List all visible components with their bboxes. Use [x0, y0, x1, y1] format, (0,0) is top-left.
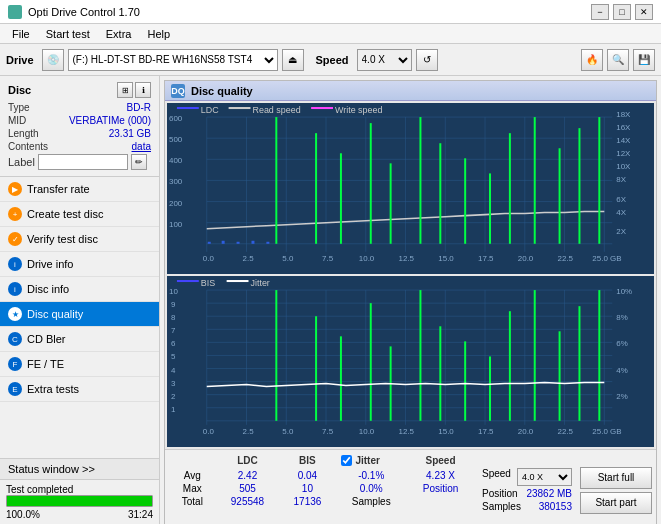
- samples-label: Samples: [482, 501, 521, 512]
- svg-text:400: 400: [169, 156, 183, 165]
- app-title: Opti Drive Control 1.70: [28, 6, 140, 18]
- start-part-button[interactable]: Start part: [580, 492, 652, 514]
- menu-file[interactable]: File: [4, 27, 38, 41]
- jitter-label: Jitter: [355, 455, 379, 466]
- svg-text:7: 7: [171, 326, 176, 335]
- status-window-btn[interactable]: Status window >>: [0, 459, 159, 480]
- nav-fe-te[interactable]: F FE / TE: [0, 352, 159, 377]
- nav-label-drive-info: Drive info: [27, 258, 73, 270]
- nav-disc-quality[interactable]: ★ Disc quality: [0, 302, 159, 327]
- svg-text:25.0 GB: 25.0 GB: [592, 254, 621, 263]
- svg-text:Jitter: Jitter: [250, 278, 269, 288]
- disc-type-row: Type BD-R: [8, 102, 151, 113]
- save-button[interactable]: 💾: [633, 49, 655, 71]
- maximize-button[interactable]: □: [613, 4, 631, 20]
- svg-text:600: 600: [169, 114, 183, 123]
- menu-extra[interactable]: Extra: [98, 27, 140, 41]
- drive-select[interactable]: (F:) HL-DT-ST BD-RE WH16NS58 TST4: [68, 49, 278, 71]
- stats-avg-row: Avg 2.42 0.04 -0.1% 4.23 X: [169, 469, 474, 482]
- nav-create-test-disc[interactable]: + Create test disc: [0, 202, 159, 227]
- sidebar: Disc ⊞ ℹ Type BD-R MID VERBATIMe (000) L…: [0, 76, 160, 524]
- nav-label-disc-quality: Disc quality: [27, 308, 83, 320]
- svg-text:22.5: 22.5: [558, 427, 574, 436]
- svg-text:0.0: 0.0: [203, 254, 215, 263]
- speed-select[interactable]: 4.0 X: [357, 49, 412, 71]
- menu-bar: File Start test Extra Help: [0, 24, 661, 44]
- jitter-checkbox[interactable]: [341, 455, 352, 466]
- disc-action-icons: ⊞ ℹ: [117, 82, 151, 98]
- col-header-speed: Speed: [407, 452, 474, 469]
- speed-col-label: Speed: [426, 455, 456, 466]
- close-button[interactable]: ✕: [635, 4, 653, 20]
- disc-copy-btn[interactable]: ⊞: [117, 82, 133, 98]
- svg-text:Write speed: Write speed: [335, 105, 383, 115]
- stats-samples-label: Samples: [335, 495, 407, 508]
- svg-text:3: 3: [171, 379, 176, 388]
- menu-help[interactable]: Help: [139, 27, 178, 41]
- speed-label: Speed: [316, 54, 349, 66]
- svg-text:4X: 4X: [616, 208, 626, 217]
- stats-max-jitter: 0.0%: [335, 482, 407, 495]
- disc-length-row: Length 23.31 GB: [8, 128, 151, 139]
- eject-button[interactable]: ⏏: [282, 49, 304, 71]
- stats-total-bis: 17136: [279, 495, 335, 508]
- disc-contents-key: Contents: [8, 141, 48, 152]
- nav-transfer-rate[interactable]: ▶ Transfer rate: [0, 177, 159, 202]
- disc-label-key: Label: [8, 156, 35, 168]
- svg-rect-73: [227, 280, 249, 282]
- drive-icon-btn[interactable]: 💿: [42, 49, 64, 71]
- progress-status-text: Test completed: [6, 484, 73, 495]
- disc-info-btn[interactable]: ℹ: [135, 82, 151, 98]
- svg-text:LDC: LDC: [201, 105, 219, 115]
- disc-contents-val[interactable]: data: [132, 141, 151, 152]
- stats-row: LDC BIS Jitter Speed: [165, 449, 656, 524]
- svg-text:18X: 18X: [616, 110, 631, 119]
- svg-text:2%: 2%: [616, 392, 627, 401]
- svg-text:22.5: 22.5: [558, 254, 574, 263]
- disc-mid-val: VERBATIMe (000): [69, 115, 151, 126]
- disc-type-key: Type: [8, 102, 30, 113]
- disc-quality-title: Disc quality: [191, 85, 253, 97]
- nav-verify-test-disc[interactable]: ✓ Verify test disc: [0, 227, 159, 252]
- svg-text:7.5: 7.5: [322, 427, 334, 436]
- nav-cd-bler[interactable]: C CD Bler: [0, 327, 159, 352]
- toolbar: Drive 💿 (F:) HL-DT-ST BD-RE WH16NS58 TST…: [0, 44, 661, 76]
- disc-label-input[interactable]: [38, 154, 128, 170]
- svg-text:10.0: 10.0: [359, 427, 375, 436]
- svg-rect-51: [208, 242, 211, 244]
- svg-text:2.5: 2.5: [243, 254, 255, 263]
- svg-text:8: 8: [171, 313, 176, 322]
- minimize-button[interactable]: −: [591, 4, 609, 20]
- menu-start-test[interactable]: Start test: [38, 27, 98, 41]
- nav-disc-info[interactable]: i Disc info: [0, 277, 159, 302]
- title-bar: Opti Drive Control 1.70 − □ ✕: [0, 0, 661, 24]
- svg-rect-3: [229, 107, 251, 109]
- progress-values-row: 100.0% 31:24: [6, 509, 153, 520]
- refresh-button[interactable]: ↺: [416, 49, 438, 71]
- nav-icon-disc-quality: ★: [8, 307, 22, 321]
- svg-text:5.0: 5.0: [282, 427, 294, 436]
- ldc-chart-svg: LDC Read speed Write speed: [167, 103, 654, 274]
- svg-text:100: 100: [169, 220, 183, 229]
- stats-samples-col: [407, 495, 474, 508]
- svg-text:12.5: 12.5: [399, 427, 415, 436]
- status-area: Status window >> Test completed 100.0% 3…: [0, 458, 159, 524]
- nav-label-fe-te: FE / TE: [27, 358, 64, 370]
- burn-button[interactable]: 🔥: [581, 49, 603, 71]
- svg-rect-53: [237, 242, 240, 244]
- nav-drive-info[interactable]: i Drive info: [0, 252, 159, 277]
- start-full-button[interactable]: Start full: [580, 467, 652, 489]
- svg-text:4: 4: [171, 365, 176, 374]
- svg-rect-70: [167, 276, 654, 447]
- speed-select-stats[interactable]: 4.0 X: [517, 468, 572, 486]
- svg-rect-52: [222, 241, 225, 244]
- scan-button[interactable]: 🔍: [607, 49, 629, 71]
- disc-label-edit-btn[interactable]: ✏: [131, 154, 147, 170]
- svg-text:5: 5: [171, 352, 176, 361]
- jitter-checkbox-label[interactable]: Jitter: [341, 453, 401, 468]
- action-buttons: Start full Start part: [580, 452, 652, 524]
- svg-text:16X: 16X: [616, 123, 631, 132]
- nav-label-extra: Extra tests: [27, 383, 79, 395]
- nav-extra-tests[interactable]: E Extra tests: [0, 377, 159, 402]
- progress-bar-fill: [7, 496, 152, 506]
